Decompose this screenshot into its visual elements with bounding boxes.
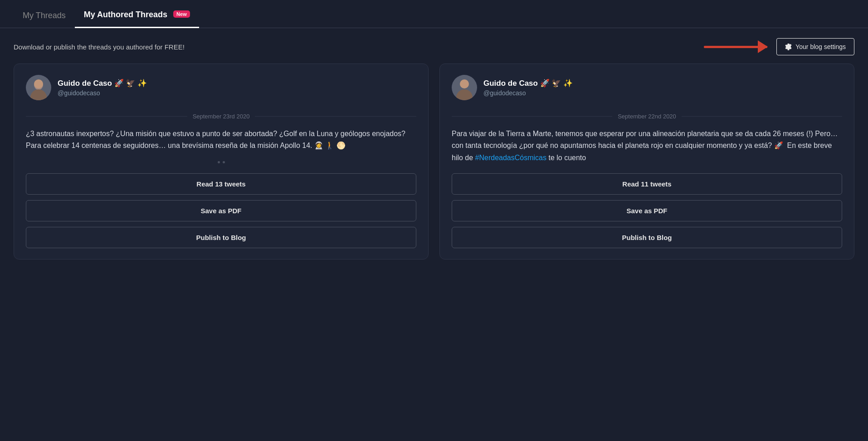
dots-row-1 [26,161,416,163]
author-name-1: Guido de Caso 🚀 🦅 ✨ [58,78,147,88]
action-buttons-2: Read 11 tweets Save as PDF Publish to Bl… [452,173,842,248]
arrow-shaft [704,46,767,48]
gear-icon [785,44,792,50]
svg-point-6 [460,79,469,88]
action-buttons-1: Read 13 tweets Save as PDF Publish to Bl… [26,173,416,248]
author-handle-2: @guidodecaso [483,89,573,97]
publish-blog-button-1[interactable]: Publish to Blog [26,227,416,248]
save-pdf-button-2[interactable]: Save as PDF [452,200,842,221]
avatar-2 [452,75,477,100]
tab-authored-threads[interactable]: My Authored Threads New [75,0,199,28]
toolbar-right: Your blog settings [704,38,854,55]
read-tweets-button-2[interactable]: Read 11 tweets [452,173,842,195]
dot [223,161,225,163]
author-row-1: Guido de Caso 🚀 🦅 ✨ @guidodecaso [26,75,416,100]
blog-settings-button[interactable]: Your blog settings [776,38,854,55]
nav-tabs: My Threads My Authored Threads New [0,0,868,28]
arrow-indicator [704,46,767,48]
new-badge: New [173,10,190,18]
author-name-2: Guido de Caso 🚀 🦅 ✨ [483,78,573,88]
toolbar-description: Download or publish the threads you auth… [14,43,185,51]
avatar-1 [26,75,51,100]
author-row-2: Guido de Caso 🚀 🦅 ✨ @guidodecaso [452,75,842,100]
dot [218,161,220,163]
tweet-text-1: ¿3 astronautas inexpertos? ¿Una misión q… [26,128,416,152]
thread-card-2: Guido de Caso 🚀 🦅 ✨ @guidodecaso Septemb… [439,64,854,260]
thread-card-1: Guido de Caso 🚀 🦅 ✨ @guidodecaso Septemb… [14,64,429,260]
hashtag-2: #NerdeadasCósmicas [475,154,546,162]
publish-blog-button-2[interactable]: Publish to Blog [452,227,842,248]
author-info-2: Guido de Caso 🚀 🦅 ✨ @guidodecaso [483,78,573,97]
tweet-text-2: Para viajar de la Tierra a Marte, tenemo… [452,128,842,164]
cards-grid: Guido de Caso 🚀 🦅 ✨ @guidodecaso Septemb… [0,64,868,273]
date-divider-2: September 22nd 2020 [452,113,842,120]
toolbar: Download or publish the threads you auth… [0,28,868,64]
tab-my-threads[interactable]: My Threads [14,1,75,28]
author-info-1: Guido de Caso 🚀 🦅 ✨ @guidodecaso [58,78,147,97]
read-tweets-button-1[interactable]: Read 13 tweets [26,173,416,195]
date-divider-1: September 23rd 2020 [26,113,416,120]
svg-point-3 [34,79,43,88]
author-handle-1: @guidodecaso [58,89,147,97]
save-pdf-button-1[interactable]: Save as PDF [26,200,416,221]
